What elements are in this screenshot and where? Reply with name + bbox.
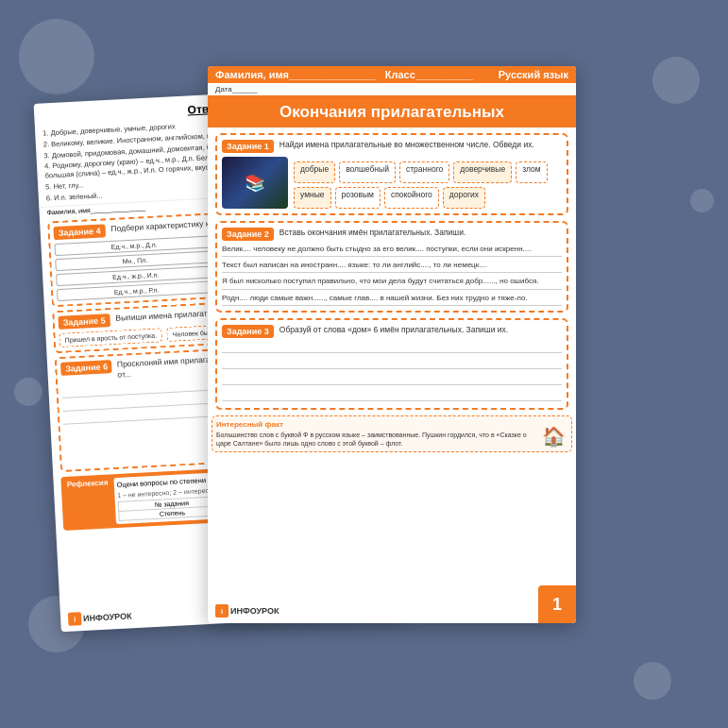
task3-line-3	[222, 374, 562, 385]
front-header-bar: Фамилия, имя_______________ Класс_______…	[208, 66, 576, 83]
word-doverchivye: доверчивые	[453, 161, 512, 183]
house-icon: 🏠	[539, 425, 567, 448]
deco-circle-2	[652, 57, 700, 104]
task3-label: Задание 3	[222, 325, 274, 338]
task3-line-2	[222, 358, 562, 369]
word-strannogo: странного	[399, 161, 449, 183]
task1-instruction: Найди имена прилагательные во множествен…	[279, 140, 534, 150]
task2-label: Задание 2	[222, 228, 274, 241]
word-dorogih: дорогих	[443, 187, 485, 209]
word-spokojnogo: спокойного	[384, 187, 439, 209]
task2-block: Задание 2 Вставь окончания имён прилагат…	[215, 221, 568, 313]
task2-line-4: Родн.... люди самые важн......, самые гл…	[222, 293, 562, 306]
back-logo-text: ИНФОУРОК	[83, 611, 132, 623]
word-card-1: Пришел в ярость от поступка.	[59, 329, 162, 348]
task3-writing	[222, 342, 562, 403]
task5-label: Задание 5	[58, 313, 110, 330]
fact-title: Интересный факт	[216, 420, 535, 429]
reflection-label: Рефлексия	[67, 479, 109, 489]
book-icon: 📚	[245, 173, 265, 194]
task2-line-1: Велик.... человеку не должно быть стыдно…	[222, 244, 562, 257]
deco-circle-5	[690, 189, 714, 212]
word-volshebn: волшебный	[339, 161, 396, 183]
word-rozovym: розовым	[335, 187, 381, 209]
task1-words: добрые волшебный странного доверчивые зл…	[294, 161, 562, 209]
task4-label: Задание 4	[53, 225, 106, 241]
task6-label: Задание 6	[60, 360, 111, 376]
front-logo-text: ИНФОУРОК	[230, 606, 279, 616]
page-title: Окончания прилагательных	[208, 95, 576, 127]
page-front: Фамилия, имя_______________ Класс_______…	[208, 66, 576, 623]
task2-line-2: Текст был написан на иностранн.... языке…	[222, 260, 562, 273]
word-umnye: умные	[294, 187, 331, 209]
front-logo-icon: i	[215, 604, 229, 618]
task3-line-1	[222, 342, 562, 353]
back-name-label: Фамилия, имя_______________	[46, 204, 145, 215]
back-logo: i ИНФОУРОК	[68, 609, 132, 626]
front-class-label: Класс__________	[385, 69, 473, 80]
deco-circle-6	[14, 378, 42, 406]
front-date: Дата______	[208, 83, 576, 95]
front-name-label: Фамилия, имя_______________	[215, 69, 376, 80]
back-logo-icon: i	[68, 612, 82, 626]
task3-line-4	[222, 390, 562, 401]
task2-instruction: Вставь окончания имён прилагательных. За…	[279, 228, 466, 238]
task2-line-3: Я был нисколько поступил правильно, что …	[222, 276, 562, 289]
word-zlom: злом	[516, 161, 547, 183]
word-dobrie: добрые	[294, 161, 335, 183]
deco-circle-1	[19, 19, 94, 94]
deco-circle-4	[634, 662, 671, 700]
fact-box: Интересный факт Большинство слов с букво…	[212, 415, 572, 452]
task3-block: Задание 3 Образуй от слова «дом» 6 имён …	[215, 318, 568, 410]
task1-block: Задание 1 Найди имена прилагательные во …	[215, 133, 568, 215]
task1-image: 📚	[222, 157, 288, 209]
task3-instruction: Образуй от слова «дом» 6 имён прилагател…	[279, 325, 508, 335]
front-page-number: 1	[538, 585, 576, 623]
front-logo: i ИНФОУРОК	[215, 604, 279, 618]
task1-label: Задание 1	[222, 140, 274, 153]
front-subject: Русский язык	[499, 69, 568, 80]
fact-text: Большинство слов с буквой Ф в русском яз…	[216, 431, 535, 448]
